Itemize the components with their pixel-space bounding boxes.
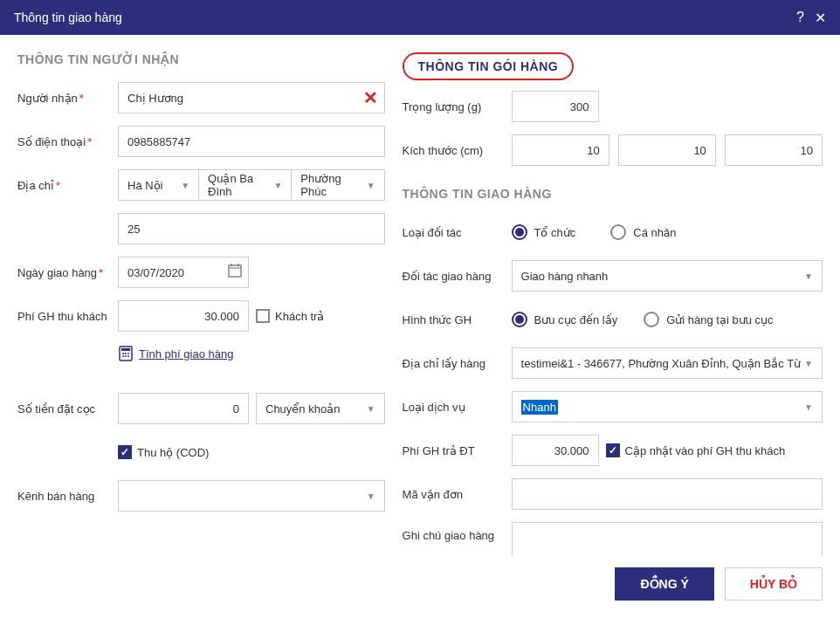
dialog-title: Thông tin giao hàng xyxy=(14,10,786,24)
calculator-icon xyxy=(118,346,134,361)
dim-width-input[interactable] xyxy=(618,134,716,166)
method-dropoff-radio[interactable]: Gửi hàng tại bưu cục xyxy=(644,312,773,327)
dim-height-input[interactable] xyxy=(725,134,823,166)
channel-label: Kênh bán hàng xyxy=(17,490,118,503)
channel-select[interactable]: ▼ xyxy=(118,480,385,512)
pickup-address-select[interactable]: testimei&1 - 346677, Phường Xuân Đỉnh, Q… xyxy=(512,347,823,379)
pickup-address-label: Địa chỉ lấy hàng xyxy=(403,357,512,370)
recipient-input[interactable] xyxy=(118,82,385,113)
weight-input[interactable] xyxy=(512,91,599,122)
recipient-section-header: THÔNG TIN NGƯỜI NHẬN xyxy=(17,52,385,66)
deposit-label: Số tiền đặt cọc xyxy=(17,402,118,415)
ship-method-label: Hình thức GH xyxy=(403,313,512,326)
delivery-info-dialog: Thông tin giao hàng ? ✕ THÔNG TIN NGƯỜI … xyxy=(0,0,840,618)
customer-fee-input[interactable] xyxy=(118,300,249,332)
tracking-label: Mã vận đơn xyxy=(403,488,512,501)
cod-checkbox[interactable]: Thu hộ (COD) xyxy=(118,445,209,459)
close-icon[interactable]: ✕ xyxy=(815,10,826,26)
calendar-icon[interactable] xyxy=(228,264,242,281)
phone-input[interactable] xyxy=(118,126,385,157)
customer-fee-label: Phí GH thu khách xyxy=(17,310,118,323)
dim-length-input[interactable] xyxy=(512,134,609,166)
svg-rect-5 xyxy=(121,348,130,351)
svg-point-10 xyxy=(125,355,127,357)
calculate-fee-link[interactable]: Tính phí giao hàng xyxy=(139,347,233,360)
city-select[interactable]: Hà Nội▼ xyxy=(118,169,198,201)
partner-select[interactable]: Giao hàng nhanh▼ xyxy=(512,260,823,292)
sync-fee-checkbox[interactable]: Cập nhật vào phí GH thu khách xyxy=(606,443,786,457)
svg-rect-0 xyxy=(229,265,241,277)
titlebar: Thông tin giao hàng ? ✕ xyxy=(0,0,840,35)
package-section-header: THÔNG TIN GÓI HÀNG xyxy=(403,52,575,80)
notes-textarea[interactable] xyxy=(512,522,823,555)
partner-type-individual-radio[interactable]: Cá nhân xyxy=(610,224,676,240)
delivery-date-label: Ngày giao hàng* xyxy=(17,266,118,279)
street-input[interactable] xyxy=(118,213,385,244)
cancel-button[interactable]: HỦY BỎ xyxy=(725,567,823,601)
recipient-label: Người nhận* xyxy=(17,92,118,105)
clear-recipient-icon[interactable]: ✕ xyxy=(363,87,378,108)
method-pickup-radio[interactable]: Bưu cục đến lấy xyxy=(512,312,618,327)
deposit-input[interactable] xyxy=(118,393,249,424)
svg-point-6 xyxy=(122,353,124,354)
partner-fee-label: Phí GH trả ĐT xyxy=(403,444,512,457)
notes-label: Ghi chú giao hàng xyxy=(403,522,512,542)
address-label: Địa chỉ* xyxy=(17,179,118,192)
tracking-input[interactable] xyxy=(512,478,823,510)
district-select[interactable]: Quận Ba Đình▼ xyxy=(198,169,291,201)
customer-pays-checkbox[interactable]: Khách trả xyxy=(256,309,324,323)
partner-type-label: Loại đối tác xyxy=(403,226,512,239)
phone-label: Số điện thoại* xyxy=(17,135,118,148)
partner-fee-input[interactable] xyxy=(512,435,599,466)
recipient-column: THÔNG TIN NGƯỜI NHẬN Người nhận* ✕ Số đi… xyxy=(17,52,385,546)
dialog-content: THÔNG TIN NGƯỜI NHẬN Người nhận* ✕ Số đi… xyxy=(0,35,840,555)
dimensions-label: Kích thước (cm) xyxy=(403,144,512,157)
help-icon[interactable]: ? xyxy=(796,10,804,25)
partner-type-org-radio[interactable]: Tổ chức xyxy=(512,224,576,240)
svg-point-8 xyxy=(127,353,129,354)
ok-button[interactable]: ĐỒNG Ý xyxy=(615,567,713,601)
svg-point-11 xyxy=(127,355,129,357)
dialog-footer: ĐỒNG Ý HỦY BỎ xyxy=(0,555,840,618)
svg-point-9 xyxy=(122,355,124,357)
shipping-section-header: THÔNG TIN GIAO HÀNG xyxy=(403,187,823,201)
package-column: THÔNG TIN GÓI HÀNG Trọng lượng (g) Kích … xyxy=(403,52,823,546)
service-type-select[interactable]: Nhanh▼ xyxy=(512,391,823,422)
service-type-label: Loại dịch vụ xyxy=(403,401,512,414)
svg-point-7 xyxy=(125,353,127,354)
deposit-method-select[interactable]: Chuyển khoản▼ xyxy=(256,393,385,424)
weight-label: Trọng lượng (g) xyxy=(403,100,512,113)
ward-select[interactable]: Phường Phúc▼ xyxy=(291,169,384,201)
partner-label: Đối tác giao hàng xyxy=(403,270,512,283)
